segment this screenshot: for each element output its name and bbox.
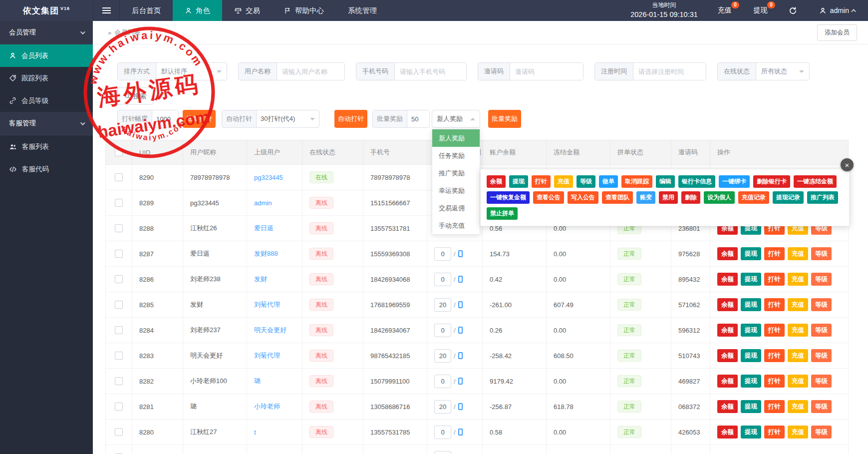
- plan-edit-icon[interactable]: [458, 429, 463, 436]
- plan-input[interactable]: [434, 400, 451, 414]
- plan-edit-icon[interactable]: [458, 301, 463, 308]
- add-member-button[interactable]: 添加会员: [817, 24, 857, 41]
- row-checkbox[interactable]: [115, 224, 123, 232]
- reward-option-2[interactable]: 任务奖励: [432, 147, 480, 164]
- select-all-checkbox[interactable]: [115, 148, 123, 156]
- filter-online-status-select[interactable]: 所有状态: [756, 63, 809, 80]
- sidebar-item-follow-list[interactable]: 跟踪列表: [0, 67, 93, 89]
- sidebar-item-member-level[interactable]: 会员等级: [0, 89, 93, 112]
- row-action-withdraw[interactable]: 提现: [741, 400, 761, 413]
- row-checkbox[interactable]: [115, 403, 123, 411]
- row-action-inject[interactable]: 打针: [764, 324, 785, 337]
- plan-input[interactable]: [434, 247, 451, 261]
- inject-range-input[interactable]: [152, 110, 178, 127]
- reward-option-1[interactable]: 新人奖励: [432, 129, 480, 147]
- row-action-inject[interactable]: 打针: [764, 298, 785, 311]
- batch-inject-button[interactable]: 批量打针: [183, 110, 216, 128]
- menu-item-system[interactable]: 系统管理: [336, 0, 389, 21]
- menu-item-help[interactable]: 帮助中心: [272, 0, 336, 21]
- reward-option-6[interactable]: 手动充值: [432, 217, 480, 234]
- sidebar-toggle-button[interactable]: [93, 0, 120, 21]
- row-checkbox[interactable]: [115, 173, 123, 181]
- sidebar-group-member-mgmt[interactable]: 会员管理: [0, 21, 93, 44]
- row-checkbox[interactable]: [115, 377, 123, 385]
- panel-action-view-team[interactable]: 查看团队: [602, 191, 633, 204]
- row-action-withdraw[interactable]: 提现: [741, 426, 761, 439]
- reward-option-3[interactable]: 推广奖励: [432, 164, 480, 182]
- row-action-level[interactable]: 等级: [811, 400, 832, 413]
- row-action-balance[interactable]: 余额: [717, 426, 738, 439]
- menu-item-trade[interactable]: 交易: [222, 0, 272, 21]
- parent-user-link[interactable]: 发财: [254, 275, 267, 283]
- menu-item-home[interactable]: 后台首页: [120, 0, 173, 21]
- plan-input[interactable]: [434, 324, 451, 337]
- row-action-level[interactable]: 等级: [811, 426, 832, 439]
- parent-user-link[interactable]: 刘菊代理: [254, 352, 280, 359]
- panel-action-cancel-follow[interactable]: 取消跟踪: [621, 175, 652, 188]
- panel-action-balance[interactable]: 余额: [487, 175, 506, 188]
- panel-action-withdraw[interactable]: 提现: [509, 175, 528, 188]
- refresh-icon[interactable]: [779, 0, 807, 21]
- row-action-level[interactable]: 等级: [811, 349, 832, 362]
- withdraw-notifications-button[interactable]: 提现 0: [743, 0, 779, 21]
- row-action-inject[interactable]: 打针: [764, 400, 785, 413]
- row-action-withdraw[interactable]: 提现: [741, 298, 761, 311]
- row-action-level[interactable]: 等级: [811, 247, 832, 260]
- row-action-withdraw[interactable]: 提现: [741, 324, 761, 337]
- row-checkbox[interactable]: [115, 326, 123, 334]
- user-menu[interactable]: admin: [807, 0, 868, 21]
- filter-invite-code-input[interactable]: [510, 63, 583, 80]
- panel-action-view-notice[interactable]: 查看公告: [533, 191, 564, 204]
- row-action-recharge[interactable]: 充值: [788, 375, 808, 388]
- panel-action-delete-bank-card[interactable]: 删除银行卡: [753, 175, 790, 188]
- panel-action-one-key-restore-amount[interactable]: 一键恢复金额: [487, 191, 530, 204]
- plan-input[interactable]: [434, 273, 451, 286]
- panel-action-one-key-bind-card[interactable]: 一键绑卡: [719, 175, 750, 188]
- menu-item-role[interactable]: 角色: [173, 0, 222, 21]
- plan-input[interactable]: [434, 298, 451, 312]
- panel-action-recharge[interactable]: 充值: [554, 175, 573, 188]
- panel-action-disable[interactable]: 禁用: [659, 191, 678, 204]
- filter-reg-time-input[interactable]: [633, 63, 706, 80]
- panel-action-bank-card-info[interactable]: 银行卡信息: [678, 175, 715, 188]
- row-action-recharge[interactable]: 充值: [788, 349, 808, 362]
- sidebar-group-service-mgmt[interactable]: 客服管理: [0, 112, 93, 135]
- panel-action-account-change[interactable]: 账变: [636, 191, 655, 204]
- parent-user-link[interactable]: t: [254, 429, 256, 436]
- sidebar-item-service-code[interactable]: 客服代码: [0, 158, 93, 180]
- row-checkbox[interactable]: [115, 199, 123, 207]
- row-action-inject[interactable]: 打针: [764, 273, 785, 286]
- panel-action-set-fake-user[interactable]: 设为假人: [704, 191, 735, 204]
- row-checkbox[interactable]: [115, 352, 123, 360]
- row-checkbox[interactable]: [115, 301, 123, 309]
- parent-user-link[interactable]: pg323445: [254, 174, 283, 181]
- panel-action-one-key-freeze-amount[interactable]: 一键冻结金额: [794, 175, 837, 188]
- row-action-inject[interactable]: 打针: [764, 375, 785, 388]
- panel-action-level[interactable]: 等级: [577, 175, 595, 188]
- row-action-balance[interactable]: 余额: [717, 247, 738, 260]
- row-action-withdraw[interactable]: 提现: [741, 273, 761, 286]
- row-action-recharge[interactable]: 充值: [788, 298, 808, 311]
- filter-phone-input[interactable]: [395, 63, 466, 80]
- parent-user-link[interactable]: 明天会更好: [254, 326, 287, 334]
- parent-user-link[interactable]: 爱日逼: [254, 224, 274, 232]
- row-action-recharge[interactable]: 充值: [788, 273, 808, 286]
- row-action-recharge[interactable]: 充值: [788, 426, 808, 439]
- auto-inject-select[interactable]: 30打针(代4): [257, 110, 319, 127]
- row-action-recharge[interactable]: 充值: [788, 247, 808, 260]
- plan-edit-icon[interactable]: [458, 352, 463, 359]
- plan-edit-icon[interactable]: [458, 276, 463, 283]
- auto-inject-button[interactable]: 自动打针: [334, 110, 367, 128]
- plan-edit-icon[interactable]: [458, 403, 463, 410]
- row-action-withdraw[interactable]: 提现: [741, 247, 761, 260]
- row-action-level[interactable]: 等级: [811, 273, 832, 286]
- filter-username-input[interactable]: [277, 63, 344, 80]
- parent-user-link[interactable]: 刘菊代理: [254, 301, 280, 308]
- panel-action-write-notice[interactable]: 写入公告: [568, 191, 598, 204]
- plan-edit-icon[interactable]: [458, 250, 463, 257]
- plan-edit-icon[interactable]: [458, 327, 463, 334]
- row-action-balance[interactable]: 余额: [717, 349, 738, 362]
- row-checkbox[interactable]: [115, 428, 123, 436]
- row-checkbox[interactable]: [115, 275, 123, 283]
- plan-edit-icon[interactable]: [458, 378, 463, 385]
